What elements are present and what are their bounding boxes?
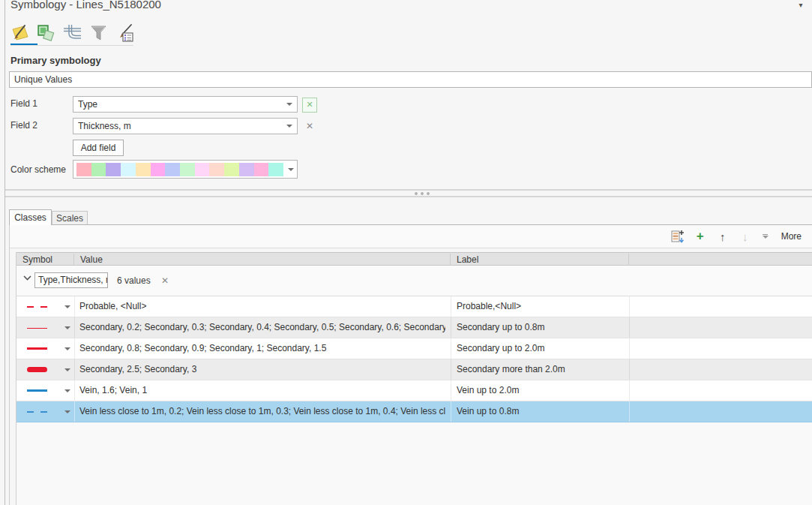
scale-based-symbology-icon[interactable]: [88, 22, 109, 44]
add-unlisted-values-icon[interactable]: [670, 228, 685, 245]
add-unlisted-values-glyph: [670, 229, 685, 244]
class-value[interactable]: Secondary, 0.2; Secondary, 0.3; Secondar…: [79, 317, 445, 338]
class-row[interactable]: Secondary, 0.2; Secondary, 0.3; Secondar…: [16, 317, 812, 338]
color-swatch: [76, 163, 91, 176]
column-header-label[interactable]: Label: [451, 254, 629, 266]
tab-scales[interactable]: Scales: [52, 211, 88, 225]
class-label[interactable]: Secondary up to 2.0m: [457, 338, 625, 359]
symbol-red-line[interactable]: [27, 347, 47, 350]
symbol-dropdown-icon[interactable]: [64, 347, 70, 350]
move-up-button[interactable]: ↑: [715, 228, 730, 245]
symbol-blue-line[interactable]: [27, 389, 47, 392]
symbology-method-select[interactable]: Unique Values: [9, 71, 812, 88]
classes-table: Symbol Value Label Type,Thickness, m 6 v…: [16, 252, 812, 505]
move-down-button[interactable]: ↓: [738, 228, 753, 245]
symbol-red-dashed-line[interactable]: [27, 306, 47, 308]
symbol-red-hairline[interactable]: [27, 328, 47, 329]
group-row: Type,Thickness, m 6 values ✕: [16, 266, 812, 296]
column-header-value[interactable]: Value: [74, 254, 451, 266]
tab-content-border: [9, 224, 10, 505]
class-value[interactable]: Probable, <Null>: [79, 296, 445, 317]
color-swatch: [136, 163, 151, 176]
class-label[interactable]: Vein up to 2.0m: [457, 380, 625, 401]
class-row[interactable]: Secondary, 2.5; Secondary, 3 Secondary m…: [16, 359, 812, 380]
color-swatch: [91, 163, 106, 176]
field1-select[interactable]: Type: [73, 96, 298, 113]
class-label[interactable]: Secondary up to 0.8m: [457, 317, 625, 338]
symbol-blue-dashed-line[interactable]: [27, 411, 47, 413]
color-swatch: [239, 163, 254, 176]
symbol-dropdown-icon[interactable]: [64, 389, 70, 392]
column-header-extra: [629, 254, 812, 266]
symbol-dropdown-icon[interactable]: [64, 305, 70, 308]
classes-toolbar: + ↑ ↓ More: [10, 225, 812, 248]
add-field-button[interactable]: Add field: [73, 140, 124, 156]
color-scheme-label: Color scheme: [10, 164, 66, 175]
toolbar-indicator-track: [10, 45, 133, 46]
symbol-red-thick-line[interactable]: [27, 367, 47, 372]
color-scheme-swatches: [76, 163, 283, 176]
class-label[interactable]: Secondary more than 2.0m: [457, 359, 625, 380]
group-name-input[interactable]: Type,Thickness, m: [34, 272, 108, 288]
class-value[interactable]: Vein, 1.6; Vein, 1: [79, 380, 445, 401]
color-swatch: [268, 163, 283, 176]
color-swatch: [195, 163, 210, 176]
vary-symbology-icon[interactable]: [35, 22, 57, 44]
pane-left-border: [4, 0, 5, 505]
more-button[interactable]: More: [778, 230, 805, 243]
color-swatch: [106, 163, 121, 176]
symbol-dropdown-icon[interactable]: [64, 326, 70, 329]
color-swatch: [209, 163, 224, 176]
chevron-down-icon: [288, 168, 294, 171]
add-value-button[interactable]: +: [693, 228, 708, 245]
field2-select[interactable]: Thickness, m: [73, 118, 298, 134]
class-label[interactable]: Probable,<Null>: [457, 296, 625, 317]
primary-symbology-icon[interactable]: [9, 22, 31, 44]
class-label[interactable]: Vein up to 0.8m: [457, 401, 625, 422]
class-value[interactable]: Secondary, 0.8; Secondary, 0.9; Secondar…: [79, 338, 445, 359]
color-swatch: [121, 163, 136, 176]
color-swatch: [254, 163, 269, 176]
color-swatch: [151, 163, 166, 176]
field2-value: Thickness, m: [78, 121, 131, 131]
chevron-down-icon: [286, 103, 292, 106]
field1-label: Field 1: [10, 98, 37, 109]
primary-symbology-glyph: [10, 23, 30, 44]
symbology-pane: Symbology - Lines_N5180200 ▾: [0, 0, 812, 505]
pane-splitter-handle[interactable]: [415, 191, 433, 195]
tab-classes[interactable]: Classes: [9, 209, 52, 225]
vary-symbology-glyph: [36, 23, 56, 44]
class-row[interactable]: Vein, 1.6; Vein, 1 Vein up to 2.0m: [16, 380, 812, 401]
symbol-layer-drawing-glyph: [62, 23, 82, 44]
pane-title: Symbology - Lines_N5180200: [10, 0, 161, 11]
class-value[interactable]: Secondary, 2.5; Secondary, 3: [79, 359, 445, 380]
pane-menu-button[interactable]: ▾: [795, 1, 807, 10]
filter-funnel-glyph: [88, 23, 109, 44]
field2-label: Field 2: [10, 120, 37, 131]
color-scheme-select[interactable]: [73, 160, 298, 179]
color-swatch: [180, 163, 195, 176]
class-value[interactable]: Vein less close to 1m, 0.2; Vein less cl…: [79, 401, 445, 422]
class-row[interactable]: Secondary, 0.8; Secondary, 0.9; Secondar…: [16, 338, 812, 359]
column-header-symbol[interactable]: Symbol: [16, 254, 74, 266]
field1-value: Type: [78, 99, 97, 110]
group-value-count: 6 values: [117, 275, 151, 286]
symbology-method-value: Unique Values: [14, 74, 72, 85]
symbology-toolbar: [9, 20, 136, 46]
class-row-selected[interactable]: Vein less close to 1m, 0.2; Vein less cl…: [16, 401, 812, 422]
advanced-symbology-options-icon[interactable]: [114, 22, 136, 44]
group-expander-chevron-icon[interactable]: [23, 275, 31, 281]
splitter-line-top: [5, 189, 812, 191]
group-remove-button[interactable]: ✕: [159, 275, 171, 287]
field1-expression-button[interactable]: ✕: [302, 98, 317, 113]
symbol-layer-drawing-icon[interactable]: [61, 22, 83, 44]
table-header-row: Symbol Value Label: [16, 252, 812, 266]
advanced-symbology-glyph: [115, 23, 135, 44]
symbol-dropdown-icon[interactable]: [64, 368, 70, 371]
field2-remove-button[interactable]: ✕: [304, 120, 316, 132]
color-swatch: [224, 163, 239, 176]
mini-menu-icon[interactable]: [760, 228, 771, 245]
color-swatch: [165, 163, 180, 176]
class-row[interactable]: Probable, <Null> Probable,<Null>: [16, 296, 812, 317]
symbol-dropdown-icon[interactable]: [64, 410, 70, 413]
